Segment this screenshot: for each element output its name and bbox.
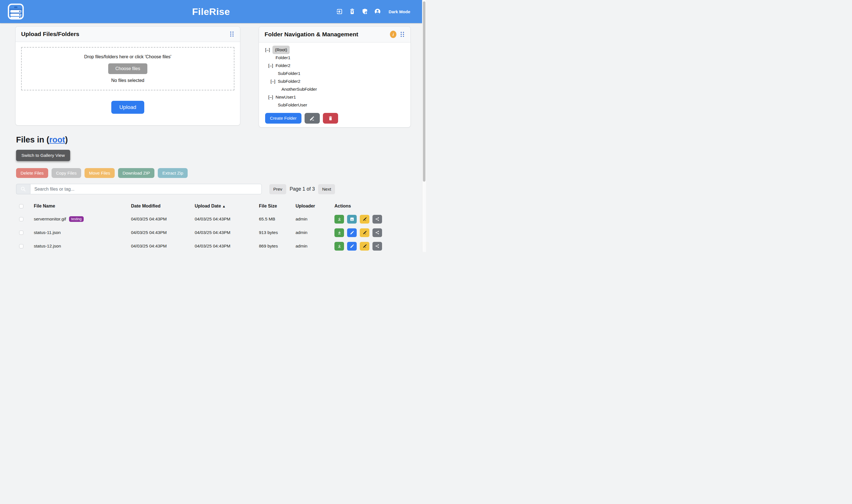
create-folder-button[interactable]: Create Folder xyxy=(265,113,301,124)
column-header-uploader[interactable]: Uploader xyxy=(296,203,334,209)
download-icon xyxy=(337,217,342,221)
tree-label[interactable]: Folder2 xyxy=(276,62,291,70)
dark-mode-toggle[interactable]: Dark Mode xyxy=(388,9,410,14)
next-page-button[interactable]: Next xyxy=(318,184,335,194)
info-icon[interactable]: i xyxy=(390,31,396,38)
file-size: 869 bytes xyxy=(259,244,296,249)
root-folder-link[interactable]: root xyxy=(49,135,65,144)
column-header-file-size[interactable]: File Size xyxy=(259,203,296,209)
rename-button[interactable] xyxy=(360,215,369,223)
edit-button[interactable] xyxy=(347,228,357,237)
folder-tree: [–] (Root) Folder1 [–] Folder2 SubFolder… xyxy=(259,42,411,109)
tree-label[interactable]: (Root) xyxy=(273,46,290,54)
row-checkbox[interactable] xyxy=(19,244,23,248)
file-size: 913 bytes xyxy=(259,230,296,235)
tree-label[interactable]: Folder1 xyxy=(276,54,291,62)
tree-item-folder1[interactable]: Folder1 xyxy=(265,54,405,62)
logout-icon[interactable] xyxy=(336,8,343,15)
edit-button[interactable] xyxy=(347,242,357,251)
tree-toggle[interactable]: [–] xyxy=(268,93,276,101)
share-button[interactable] xyxy=(372,215,382,223)
rename-folder-button[interactable] xyxy=(305,113,320,124)
files-heading-suffix: ) xyxy=(65,135,68,144)
image-icon xyxy=(350,217,354,221)
download-button[interactable] xyxy=(334,228,344,237)
tree-label[interactable]: AnotherSubFolder xyxy=(281,85,317,93)
column-header-upload-date[interactable]: Upload Date▲ xyxy=(195,203,259,209)
column-header-file-name[interactable]: File Name xyxy=(34,203,131,209)
edit-pencil-icon xyxy=(350,244,354,249)
download-button[interactable] xyxy=(334,215,344,223)
download-icon xyxy=(337,230,342,235)
date-modified: 04/03/25 04:43PM xyxy=(131,230,195,235)
tree-label[interactable]: NewUser1 xyxy=(276,93,296,101)
search-addon[interactable] xyxy=(16,184,30,194)
tree-item-folder2[interactable]: [–] Folder2 xyxy=(265,62,405,70)
share-button[interactable] xyxy=(372,242,382,251)
tree-label[interactable]: SubFolderUser xyxy=(278,101,307,109)
upload-dropzone[interactable]: Drop files/folders here or click 'Choose… xyxy=(21,47,234,90)
search-input[interactable] xyxy=(30,184,262,194)
drag-handle-icon[interactable] xyxy=(229,31,234,37)
bulk-actions-row: Delete Files Copy Files Move Files Downl… xyxy=(16,168,188,178)
restore-trash-icon[interactable] xyxy=(349,8,355,15)
tree-toggle[interactable]: [–] xyxy=(268,62,276,70)
uploader: admin xyxy=(296,244,334,249)
edit-pencil-icon xyxy=(350,230,354,235)
tree-label[interactable]: SubFolder2 xyxy=(278,77,300,85)
rename-pencil-icon xyxy=(362,244,367,249)
tree-item-root[interactable]: [–] (Root) xyxy=(265,46,405,54)
download-zip-button[interactable]: Download ZIP xyxy=(118,168,154,178)
tree-item-subfolderuser[interactable]: SubFolderUser xyxy=(265,101,405,109)
choose-files-button[interactable]: Choose files xyxy=(108,64,147,74)
column-header-date-modified[interactable]: Date Modified xyxy=(131,203,195,209)
prev-page-button[interactable]: Prev xyxy=(269,184,286,194)
switch-gallery-view-button[interactable]: Switch to Gallery View xyxy=(16,150,70,161)
vertical-scrollbar[interactable] xyxy=(422,0,426,252)
pencil-icon xyxy=(309,116,315,121)
uploader: admin xyxy=(296,217,334,221)
share-icon xyxy=(375,244,380,248)
no-files-text: No files selected xyxy=(111,78,144,83)
extract-zip-button[interactable]: Extract Zip xyxy=(158,168,188,178)
row-checkbox[interactable] xyxy=(19,231,23,235)
tree-item-newuser1[interactable]: [–] NewUser1 xyxy=(265,93,405,101)
date-modified: 04/03/25 04:43PM xyxy=(131,244,195,249)
account-circle-icon[interactable] xyxy=(374,8,381,15)
delete-files-button[interactable]: Delete Files xyxy=(16,168,48,178)
folder-card-title: Folder Navigation & Management xyxy=(264,31,359,38)
delete-folder-button[interactable] xyxy=(323,113,338,124)
search-icon xyxy=(20,186,26,192)
tree-label[interactable]: SubFolder1 xyxy=(278,70,300,77)
tree-item-subfolder2[interactable]: [–] SubFolder2 xyxy=(265,77,405,85)
move-files-button[interactable]: Move Files xyxy=(85,168,115,178)
scrollbar-thumb[interactable] xyxy=(423,1,425,182)
drag-handle-icon[interactable] xyxy=(400,31,405,38)
share-button[interactable] xyxy=(372,228,382,237)
file-name[interactable]: status-11.json xyxy=(34,230,60,235)
rename-button[interactable] xyxy=(360,242,369,251)
tree-item-anothersubfolder[interactable]: AnotherSubFolder xyxy=(265,85,405,93)
table-header-row: File Name Date Modified Upload Date▲ Fil… xyxy=(15,200,411,212)
tree-toggle[interactable]: [–] xyxy=(271,77,278,85)
folder-nav-card: Folder Navigation & Management i [–] (Ro… xyxy=(259,26,411,128)
preview-image-button[interactable] xyxy=(347,215,357,223)
rename-pencil-icon xyxy=(362,217,367,221)
upload-date: 04/03/25 04:43PM xyxy=(195,217,259,221)
file-name[interactable]: status-12.json xyxy=(34,244,61,249)
upload-button[interactable]: Upload xyxy=(111,101,144,114)
files-heading-prefix: Files in ( xyxy=(16,135,49,144)
tree-item-subfolder1[interactable]: SubFolder1 xyxy=(265,70,405,77)
download-button[interactable] xyxy=(334,242,344,251)
tag-badge: testing xyxy=(69,216,84,222)
share-icon xyxy=(375,230,380,235)
admin-shield-icon[interactable] xyxy=(362,8,368,15)
file-name[interactable]: servermonitor.gif xyxy=(34,217,66,221)
row-checkbox[interactable] xyxy=(19,217,23,221)
rename-button[interactable] xyxy=(360,228,369,237)
tree-toggle[interactable]: [–] xyxy=(265,46,273,54)
copy-files-button[interactable]: Copy Files xyxy=(52,168,81,178)
table-row: status-11.json 04/03/25 04:43PM 04/03/25… xyxy=(15,226,411,239)
select-all-checkbox[interactable] xyxy=(19,204,23,208)
file-table: File Name Date Modified Upload Date▲ Fil… xyxy=(15,200,411,252)
